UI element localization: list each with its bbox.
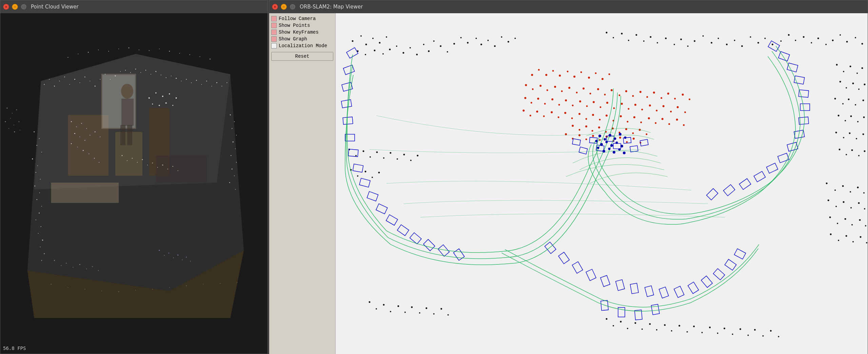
svg-point-286	[830, 234, 832, 235]
left-maximize-button[interactable]: □	[21, 4, 27, 10]
svg-point-188	[423, 44, 425, 45]
reset-button[interactable]: Reset	[271, 52, 333, 61]
svg-point-118	[100, 136, 100, 137]
svg-point-405	[530, 115, 531, 116]
svg-point-147	[73, 267, 73, 267]
svg-point-171	[190, 261, 191, 261]
svg-point-341	[364, 171, 366, 172]
svg-point-344	[531, 74, 533, 76]
svg-point-252	[863, 99, 864, 101]
svg-point-332	[376, 151, 378, 153]
svg-point-136	[16, 109, 17, 110]
svg-point-278	[858, 202, 860, 204]
show-graph-row[interactable]: Show Graph	[271, 36, 333, 42]
follow-camera-row[interactable]: Follow Camera	[271, 16, 333, 21]
show-graph-label: Show Graph	[279, 36, 307, 42]
svg-point-90	[149, 50, 150, 51]
svg-point-419	[627, 121, 628, 123]
svg-point-444	[592, 135, 594, 137]
left-close-button[interactable]: ×	[3, 4, 9, 10]
svg-point-97	[51, 284, 52, 285]
right-minimize-button[interactable]: −	[281, 4, 287, 10]
svg-point-515	[614, 137, 616, 140]
svg-point-232	[825, 44, 827, 45]
svg-point-196	[475, 38, 477, 39]
svg-point-165	[164, 255, 165, 256]
svg-point-378	[682, 94, 684, 96]
point-cloud-window: × − □ Point Cloud Viewer	[0, 0, 268, 354]
svg-point-125	[149, 97, 150, 99]
svg-point-18	[69, 84, 70, 85]
svg-point-379	[689, 98, 690, 100]
svg-point-158	[152, 163, 153, 163]
svg-point-144	[54, 260, 55, 261]
svg-point-351	[580, 71, 582, 73]
svg-point-138	[5, 121, 6, 122]
svg-point-431	[592, 130, 593, 132]
svg-point-79	[234, 175, 235, 176]
svg-point-206	[628, 40, 629, 41]
svg-point-88	[129, 48, 130, 49]
svg-point-429	[579, 129, 580, 131]
svg-point-334	[390, 152, 391, 154]
svg-point-98	[67, 287, 68, 288]
svg-point-25	[105, 74, 105, 75]
svg-point-307	[717, 333, 718, 334]
svg-point-297	[642, 329, 643, 330]
svg-point-120	[77, 147, 78, 147]
svg-point-181	[374, 50, 375, 51]
svg-point-85	[98, 50, 99, 50]
svg-point-106	[203, 284, 203, 284]
svg-point-222	[750, 36, 751, 38]
svg-point-323	[419, 312, 420, 314]
svg-point-366	[597, 88, 599, 90]
svg-point-418	[620, 115, 622, 117]
svg-point-322	[411, 306, 413, 308]
svg-point-272	[857, 187, 859, 188]
svg-point-326	[440, 308, 442, 310]
show-keyframes-checkbox[interactable]	[271, 30, 277, 35]
svg-point-44	[201, 84, 202, 85]
svg-point-15	[54, 86, 55, 87]
svg-point-80	[229, 182, 230, 183]
svg-point-56	[36, 172, 36, 173]
svg-rect-7	[156, 155, 207, 183]
svg-point-365	[590, 93, 591, 94]
svg-point-103	[152, 289, 153, 290]
svg-point-361	[561, 90, 563, 92]
localization-mode-checkbox[interactable]	[271, 43, 277, 49]
localization-mode-row[interactable]: Localization Mode	[271, 43, 333, 49]
follow-camera-checkbox[interactable]	[271, 16, 277, 21]
show-points-row[interactable]: Show Points	[271, 23, 333, 28]
right-maximize-button[interactable]: □	[290, 4, 296, 10]
svg-point-312	[754, 329, 756, 331]
svg-point-184	[396, 45, 397, 47]
svg-point-189	[428, 50, 430, 52]
svg-point-43	[196, 80, 197, 81]
svg-point-426	[676, 119, 678, 121]
svg-point-26	[110, 79, 111, 80]
svg-point-371	[632, 95, 634, 97]
svg-point-231	[817, 37, 819, 39]
svg-point-329	[355, 155, 357, 156]
show-graph-checkbox[interactable]	[271, 36, 277, 42]
svg-point-302	[678, 325, 680, 327]
svg-point-303	[687, 331, 688, 333]
left-minimize-button[interactable]: −	[12, 4, 18, 10]
svg-point-214	[687, 45, 689, 47]
svg-rect-12	[127, 125, 132, 145]
svg-point-52	[37, 145, 37, 146]
svg-point-115	[84, 140, 85, 141]
svg-point-220	[734, 40, 735, 41]
show-points-checkbox[interactable]	[271, 23, 277, 28]
right-titlebar: × − □ ORB-SLAM2: Map Viewer	[269, 0, 868, 13]
svg-point-301	[671, 330, 672, 332]
svg-point-32	[140, 72, 141, 73]
svg-point-363	[576, 92, 578, 93]
svg-point-524	[597, 147, 599, 149]
svg-point-109	[71, 121, 72, 122]
svg-point-94	[189, 54, 190, 55]
svg-point-359	[547, 89, 548, 91]
right-close-button[interactable]: ×	[272, 4, 278, 10]
show-keyframes-row[interactable]: Show KeyFrames	[271, 30, 333, 35]
